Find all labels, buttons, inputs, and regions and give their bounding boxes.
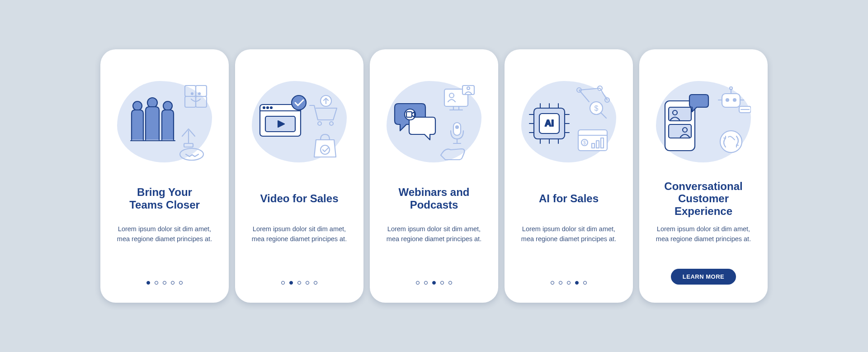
- svg-point-19: [318, 122, 321, 125]
- onboarding-card-2: Video for Sales Lorem ipsum dolor sit di…: [235, 49, 363, 303]
- svg-text:$: $: [583, 140, 586, 145]
- dot-2[interactable]: [155, 281, 158, 285]
- dot-2[interactable]: [424, 281, 428, 285]
- dot-1[interactable]: [551, 281, 554, 285]
- dot-1[interactable]: [146, 281, 150, 285]
- dot-2[interactable]: [289, 281, 293, 285]
- svg-rect-4: [185, 86, 196, 96]
- svg-point-15: [267, 107, 269, 109]
- dot-4[interactable]: [440, 281, 444, 285]
- svg-point-73: [730, 87, 732, 90]
- dot-5[interactable]: [583, 281, 587, 285]
- dot-5[interactable]: [448, 281, 452, 285]
- svg-rect-6: [185, 96, 196, 107]
- onboarding-card-4: AI $ $: [505, 49, 633, 303]
- illustration: [654, 76, 753, 167]
- dot-3[interactable]: [297, 281, 301, 285]
- svg-line-55: [601, 113, 606, 118]
- svg-rect-5: [196, 86, 207, 96]
- svg-point-8: [191, 93, 193, 95]
- illustration: AI $ $: [519, 76, 618, 167]
- svg-point-14: [263, 107, 265, 109]
- illustration: [384, 76, 484, 167]
- conversational-cx-icon: [656, 81, 751, 162]
- card-title: AI for Sales: [539, 180, 599, 218]
- video-sales-icon: [252, 81, 347, 162]
- pagination-dots: [281, 281, 317, 285]
- dot-5[interactable]: [179, 281, 183, 285]
- webinars-podcasts-icon: [387, 81, 481, 162]
- svg-rect-69: [722, 94, 740, 107]
- illustration: [250, 76, 349, 167]
- svg-text:$: $: [594, 105, 599, 112]
- card-title: Bring Your Teams Closer: [129, 180, 200, 218]
- dot-1[interactable]: [416, 281, 420, 285]
- dot-4[interactable]: [306, 281, 309, 285]
- svg-point-2: [163, 101, 172, 110]
- card-description: Lorem ipsum dolor sit dim amet, mea regi…: [245, 224, 354, 281]
- card-description: Lorem ipsum dolor sit dim amet, mea regi…: [380, 224, 488, 281]
- svg-rect-7: [196, 96, 207, 107]
- onboarding-card-3: Webinars and Podcasts Lorem ipsum dolor …: [370, 49, 498, 303]
- dot-3[interactable]: [163, 281, 166, 285]
- dot-5[interactable]: [314, 281, 317, 285]
- dot-4[interactable]: [575, 281, 579, 285]
- svg-rect-10: [184, 143, 193, 147]
- dot-3[interactable]: [432, 281, 436, 285]
- card-title: Webinars and Podcasts: [399, 180, 470, 218]
- pagination-dots: [551, 281, 587, 285]
- svg-point-9: [198, 93, 200, 95]
- illustration: [115, 76, 214, 167]
- svg-point-35: [456, 126, 458, 128]
- dot-1[interactable]: [281, 281, 285, 285]
- svg-point-70: [726, 99, 729, 101]
- learn-more-button[interactable]: LEARN MORE: [671, 269, 736, 285]
- onboarding-card-5: Conversational Customer Experience Lorem…: [639, 49, 768, 303]
- card-title: Conversational Customer Experience: [664, 180, 742, 218]
- svg-point-0: [133, 101, 142, 110]
- svg-point-18: [292, 95, 306, 110]
- svg-point-11: [180, 148, 203, 160]
- dot-2[interactable]: [559, 281, 562, 285]
- pagination-dots: [416, 281, 452, 285]
- card-description: Lorem ipsum dolor sit dim amet, mea regi…: [514, 224, 623, 281]
- svg-point-1: [147, 98, 157, 108]
- card-description: Lorem ipsum dolor sit dim amet, mea regi…: [649, 224, 758, 269]
- card-title: Video for Sales: [260, 180, 339, 218]
- dot-3[interactable]: [567, 281, 571, 285]
- svg-point-16: [270, 107, 272, 109]
- ai-sales-icon: AI $ $: [521, 81, 616, 162]
- svg-point-20: [330, 122, 333, 125]
- teams-together-icon: [117, 81, 212, 162]
- svg-text:AI: AI: [545, 118, 554, 128]
- svg-point-71: [733, 99, 736, 101]
- card-description: Lorem ipsum dolor sit dim amet, mea regi…: [110, 224, 219, 281]
- pagination-dots: [146, 281, 183, 285]
- onboarding-card-1: Bring Your Teams Closer Lorem ipsum dolo…: [100, 49, 229, 303]
- dot-4[interactable]: [171, 281, 175, 285]
